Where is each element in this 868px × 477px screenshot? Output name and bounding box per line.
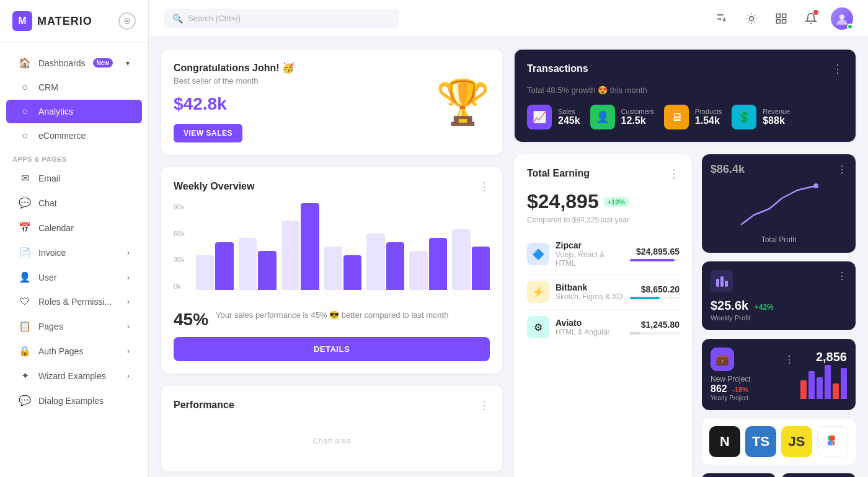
trophy-icon: 🏆: [436, 77, 490, 128]
user-avatar-wrap: [831, 7, 853, 30]
nav-label-auth: Auth Pages: [38, 346, 83, 356]
zipcar-progress-bar: [630, 259, 680, 261]
bar-light-6: [409, 251, 427, 290]
zipcar-logo: 🔷: [527, 243, 549, 265]
profit-menu-icon[interactable]: ⋮: [837, 164, 847, 175]
pages-icon: 📋: [19, 320, 31, 332]
bar-light-3: [281, 221, 299, 290]
left-column: Congratulations John! 🥳 Best seller of t…: [161, 50, 502, 477]
congrats-title: Congratulations John! 🥳: [174, 62, 490, 74]
aviato-name: Aviato: [556, 318, 624, 328]
bar-dark-1: [215, 242, 233, 290]
weekly-card-header: Weekly Overview ⋮: [174, 180, 490, 193]
tx-stat-revenue: 💲 Revenue $88k: [732, 105, 790, 129]
online-indicator: [847, 24, 853, 30]
record-button[interactable]: [118, 12, 136, 30]
earning-amount-wrap: $24,895 +10%: [527, 190, 680, 213]
sidebar-item-chat[interactable]: 💬 Chat: [6, 191, 142, 215]
customers-label: Customers: [621, 108, 654, 115]
tx-stat-sales: 📈 Sales 245k: [527, 105, 580, 129]
aviato-progress-fill: [630, 332, 640, 335]
earning-growth-badge: +10%: [604, 197, 629, 207]
project-count: 862 -18%: [711, 383, 794, 395]
main-content: 🔍 Search (Ctrl+/): [149, 0, 868, 477]
proj-bar-5: [833, 383, 839, 399]
aviato-info: Aviato HTML & Angular: [556, 318, 624, 336]
sidebar-item-calendar[interactable]: 📅 Calendar: [6, 216, 142, 240]
sidebar-item-user[interactable]: 👤 User ›: [6, 265, 142, 289]
notification-bell[interactable]: [801, 9, 821, 28]
sidebar-item-roles[interactable]: 🛡 Roles & Permissi... ›: [6, 290, 142, 313]
grid-icon[interactable]: [771, 9, 791, 28]
bar-group-3: [281, 203, 319, 290]
earning-card-header: Total Earning ⋮: [527, 167, 680, 180]
nav-label-email: Email: [38, 173, 60, 183]
bar-group-7: [452, 203, 490, 290]
project-menu-icon[interactable]: ⋮: [784, 354, 794, 365]
sales-label: Sales: [558, 108, 580, 115]
zipcar-amount: $24,895.65: [636, 247, 680, 256]
products-label: Products: [695, 108, 722, 115]
bar-light-7: [452, 229, 470, 290]
project-mini-chart: [800, 368, 847, 399]
invoice-icon: 📄: [19, 247, 31, 258]
customers-value: 12.5k: [621, 115, 654, 126]
proj-bar-1: [800, 380, 807, 399]
svg-rect-11: [720, 276, 724, 287]
mid-right: Total Earning ⋮ $24,895 +10% Compared to…: [515, 154, 856, 477]
new-project-info: 💼 ⋮ New Project 862 -18% Yearly Project: [711, 348, 794, 401]
proj-bar-2: [808, 371, 815, 399]
translate-icon[interactable]: [712, 9, 732, 28]
details-button[interactable]: DETAILS: [174, 337, 490, 361]
bitbank-progress-fill: [630, 297, 660, 299]
calendar-icon: 📅: [19, 222, 31, 234]
sidebar-item-email[interactable]: ✉ Email: [6, 166, 142, 190]
tx-menu-icon[interactable]: ⋮: [832, 62, 843, 76]
bar-light-1: [196, 255, 214, 290]
products-value: 1.54k: [695, 115, 722, 126]
weekly-description: Your sales performance is 45% 😎 better c…: [216, 310, 448, 321]
sidebar-item-wizard[interactable]: ✦ Wizard Examples ›: [6, 364, 142, 388]
weekly-menu-icon[interactable]: ⋮: [479, 180, 490, 193]
weekly-profit-icon-wrap: [711, 270, 733, 295]
sidebar-item-ecommerce[interactable]: ○ eCommerce: [6, 124, 142, 147]
earning-title: Total Earning: [527, 168, 590, 179]
sidebar-item-crm[interactable]: ○ CRM: [6, 76, 142, 99]
zipcar-progress-fill: [630, 259, 675, 261]
tx-title: Transactions: [527, 63, 588, 74]
weekly-bar-chart: 90k 60k 30k 0k: [174, 203, 490, 302]
sidebar-logo: M MATERIO: [0, 0, 148, 43]
project-change: -18%: [732, 386, 748, 393]
search-box[interactable]: 🔍 Search (Ctrl+/): [164, 9, 399, 28]
weekly-title: Weekly Overview: [174, 181, 254, 192]
sales-value: 245k: [558, 115, 580, 126]
weekly-profit-change: +42%: [755, 303, 774, 312]
sidebar-item-analytics[interactable]: ○ Analytics: [6, 100, 142, 123]
sidebar-item-dialog[interactable]: 💬 Dialog Examples: [6, 388, 142, 413]
tx-stat-customers: 👤 Customers 12.5k: [590, 105, 654, 129]
zipcar-name: Zipcar: [556, 240, 624, 250]
aviato-progress-bar: [630, 332, 680, 335]
total-profit-card: $86.4k ⋮ Total Profit: [702, 154, 856, 253]
view-sales-button[interactable]: VIEW SALES: [174, 124, 242, 142]
weekly-profit-menu[interactable]: ⋮: [837, 270, 847, 295]
bar-group-5: [366, 203, 404, 290]
shield-icon: 🛡: [19, 296, 31, 307]
sidebar-item-pages[interactable]: 📋 Pages ›: [6, 314, 142, 338]
nav-label-wizard: Wizard Examples: [38, 371, 106, 381]
perf-menu-icon[interactable]: ⋮: [479, 398, 490, 412]
crm-icon: ○: [19, 82, 31, 93]
nav-label-dialog: Dialog Examples: [38, 396, 104, 406]
bitbank-progress-bar: [630, 297, 680, 299]
typescript-icon: TS: [745, 426, 776, 457]
invoice-arrow: ›: [127, 248, 130, 257]
sidebar-item-invoice[interactable]: 📄 Invoice ›: [6, 240, 142, 265]
topbar: 🔍 Search (Ctrl+/): [149, 0, 868, 37]
sidebar-item-auth[interactable]: 🔒 Auth Pages ›: [6, 339, 142, 363]
nav-label-roles: Roles & Permissi...: [38, 297, 112, 307]
auth-arrow: ›: [127, 347, 130, 356]
email-icon: ✉: [19, 172, 31, 184]
theme-icon[interactable]: [742, 9, 761, 28]
earning-menu-icon[interactable]: ⋮: [668, 167, 680, 180]
sidebar-item-dashboards[interactable]: 🏠 Dashboards New ▾: [6, 51, 142, 75]
